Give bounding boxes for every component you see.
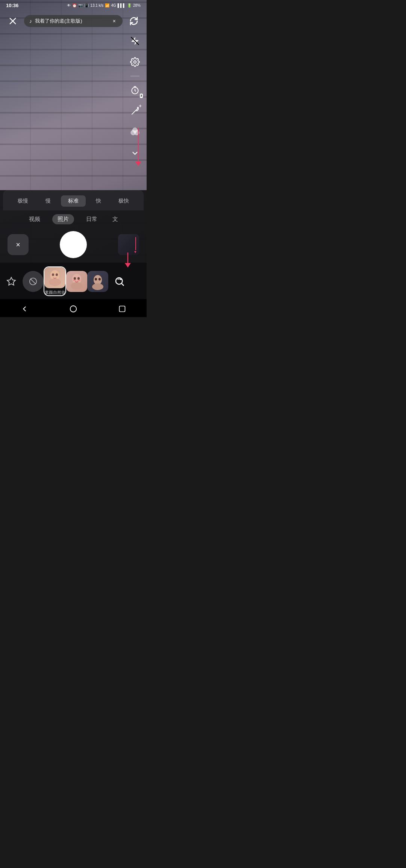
favorites-button[interactable] [0,277,23,286]
svg-point-26 [77,277,80,280]
wifi-icon: 📶 [105,3,109,8]
timer-icon [130,85,140,95]
top-bar: ♪ 我着了你的道(主歌版) × [0,11,147,31]
status-bar: 10:36 👁 ⏰ 📷 📳 13.1 k/s 📶 4G ▌▌▌ 🔋 28% [0,0,147,11]
svg-line-7 [132,110,136,115]
svg-point-20 [49,278,61,286]
speed-item-very-fast[interactable]: 极快 [111,195,136,207]
music-close-button[interactable]: × [111,17,117,25]
filter-thumb-2 [66,271,87,292]
face-svg-2 [66,271,87,292]
nav-bar [0,299,147,317]
svg-marker-36 [125,263,131,268]
timer-badge: 3 [140,94,143,98]
music-pill[interactable]: ♪ 我着了你的道(主歌版) × [24,15,123,27]
filter-no-effect[interactable] [23,271,44,292]
search-refresh-icon [114,276,125,287]
filter-3[interactable] [87,271,108,292]
refresh-button[interactable] [127,14,141,28]
gallery-arrow [135,237,136,250]
svg-line-18 [31,279,36,284]
4g-icon: 4G [111,3,116,8]
svg-point-25 [74,277,76,280]
filter-natural-makeup[interactable]: 素颜自然妆 [44,266,66,296]
mode-daily[interactable]: 日常 [83,214,100,224]
face-svg-1 [44,267,65,288]
signal-icon: ▌▌▌ [118,3,126,8]
mode-video[interactable]: 视频 [26,214,43,224]
flash-off-icon [130,36,140,46]
arrow-to-search [124,253,132,268]
face-svg-3 [87,271,108,292]
mode-text[interactable]: 文 [109,214,121,224]
settings-button[interactable] [128,55,142,69]
pink-arrow-indicator [135,128,141,166]
shutter-button[interactable] [60,231,87,258]
battery-icon: 🔋 [127,3,132,8]
svg-point-28 [77,280,80,281]
filter-search-button[interactable] [108,276,131,287]
filter-thumb-1 [44,267,65,288]
timer-button[interactable]: 3 [128,83,142,97]
speed-item-normal[interactable]: 标准 [61,195,86,207]
svg-marker-12 [138,104,142,108]
speed-item-very-slow[interactable]: 极慢 [11,195,36,207]
mode-photo[interactable]: 照片 [52,214,74,224]
svg-point-21 [52,274,54,276]
nav-back-button[interactable] [18,302,31,316]
alarm-icon: ⏰ [72,3,77,8]
battery-text: 28% [133,3,141,8]
svg-point-30 [92,283,103,290]
svg-point-27 [73,280,76,281]
face-thumb-2 [66,271,87,292]
star-icon [6,277,16,286]
svg-point-22 [56,274,58,276]
svg-marker-16 [7,277,15,285]
svg-point-37 [70,306,77,312]
speed-item-slow[interactable]: 慢 [36,195,61,207]
filter-row: 素颜自然妆 [0,263,147,299]
status-icons: 👁 ⏰ 📷 📳 13.1 k/s 📶 4G ▌▌▌ 🔋 28% [67,3,141,8]
filter-no-icon [23,271,44,292]
magic-wand-button[interactable] [128,104,142,118]
svg-point-24 [71,282,83,290]
filter-label-natural: 素颜自然妆 [45,290,65,295]
music-title: 我着了你的道(主歌版) [35,18,108,24]
svg-point-32 [98,278,101,280]
close-icon [9,17,17,25]
cancel-button[interactable]: × [8,234,29,255]
cancel-icon: × [16,240,20,249]
eye-icon: 👁 [67,3,71,8]
flash-button[interactable] [128,34,142,48]
speed-selector: 极慢 慢 标准 快 极快 [3,190,144,210]
nav-home-button[interactable] [67,302,80,316]
arrow-line [138,128,139,162]
nav-recent-button[interactable] [115,302,129,316]
refresh-icon [129,17,138,26]
filter-thumb-3 [87,271,108,292]
music-note-icon: ♪ [29,18,32,24]
speed-item-fast[interactable]: 快 [86,195,111,207]
recent-square-icon [118,305,126,313]
no-filter-icon [29,277,37,286]
svg-line-34 [122,283,124,286]
vibrate-icon: 📳 [84,3,89,8]
arrow-head [135,162,141,166]
svg-point-4 [134,61,136,64]
mode-selector: 视频 照片 日常 文 [0,210,147,228]
svg-rect-38 [120,306,125,312]
filter-2[interactable] [66,271,87,292]
face-thumb-3 [87,271,108,292]
toolbar-divider [130,76,139,76]
home-circle-icon [69,305,77,313]
close-button[interactable] [6,14,20,28]
sparkle-icon [138,104,142,108]
status-time: 10:36 [6,3,18,8]
settings-icon [130,57,140,67]
camera-icon: 📷 [78,3,83,8]
speed-text: 13.1 k/s [90,3,103,8]
face-thumb-natural [44,267,65,288]
svg-point-31 [95,278,97,280]
bottom-overlay: 极慢 慢 标准 快 极快 视频 照片 日常 文 × [0,190,147,317]
back-icon [20,305,29,313]
